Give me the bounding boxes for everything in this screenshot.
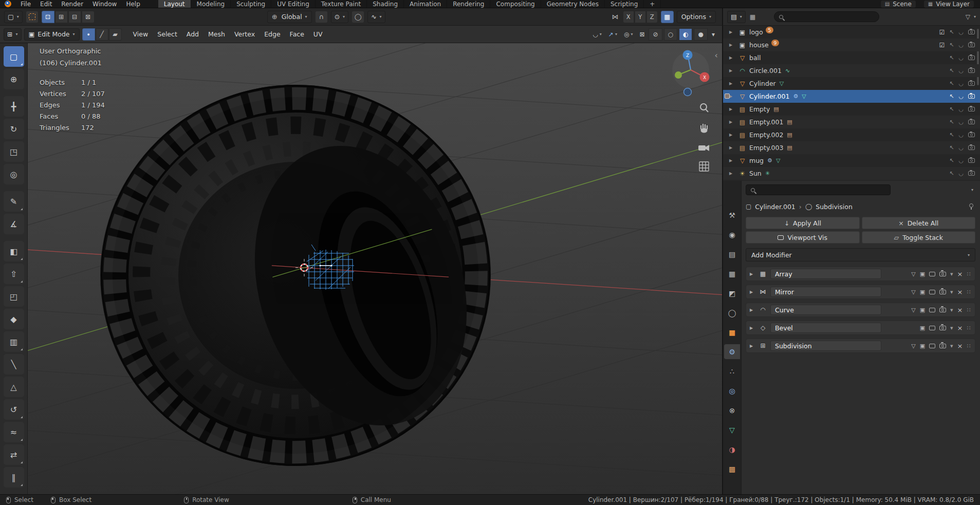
delete-modifier-button[interactable]: × bbox=[957, 342, 963, 350]
edit-mode-toggle[interactable]: ▣ bbox=[920, 289, 925, 295]
edit-mode-toggle[interactable]: ▣ bbox=[920, 325, 925, 331]
menu-mesh[interactable]: Mesh bbox=[204, 28, 230, 40]
workspace-tab-texture-paint[interactable]: Texture Paint bbox=[316, 0, 367, 8]
hide-viewport-icon[interactable]: ◡ bbox=[958, 29, 964, 35]
expand-arrow-icon[interactable]: ▶ bbox=[729, 30, 738, 34]
object-name[interactable]: mug bbox=[749, 157, 764, 164]
outliner-editor-type-button[interactable]: ▤ ▾ bbox=[727, 11, 746, 23]
on-cage-toggle[interactable]: ▽ bbox=[911, 271, 915, 277]
selectable-icon[interactable]: ↖ bbox=[949, 106, 954, 113]
menu-edit[interactable]: Edit bbox=[35, 0, 57, 8]
properties-tab-particles[interactable]: ∴ bbox=[724, 364, 740, 379]
render-toggle[interactable] bbox=[939, 272, 946, 276]
selectable-icon[interactable]: ↖ bbox=[949, 42, 954, 48]
selectable-icon[interactable]: ↖ bbox=[949, 144, 954, 151]
expand-arrow-icon[interactable]: ▶ bbox=[750, 290, 755, 294]
realtime-display-toggle[interactable] bbox=[929, 326, 935, 330]
tool-cursor[interactable]: ⊕ bbox=[4, 69, 24, 89]
object-name[interactable]: house bbox=[749, 41, 769, 49]
editor-type-selector[interactable]: ⊞ ▾ bbox=[4, 28, 22, 41]
xray-toggle[interactable]: ⊠ bbox=[637, 28, 647, 41]
properties-tab-physics[interactable]: ◎ bbox=[724, 383, 740, 398]
display-mode-icon[interactable]: ▦ bbox=[750, 13, 755, 21]
disable-render-icon[interactable] bbox=[968, 145, 975, 150]
object-name[interactable]: logo bbox=[749, 28, 763, 36]
mirror-z-toggle[interactable]: Z bbox=[646, 11, 658, 23]
mirror-x-toggle[interactable]: X bbox=[623, 11, 634, 23]
render-toggle[interactable] bbox=[939, 326, 946, 330]
workspace-tab-rendering[interactable]: Rendering bbox=[447, 0, 490, 8]
properties-tab-view-layer[interactable]: ▦ bbox=[724, 266, 740, 281]
modifier-name-field[interactable]: Curve bbox=[770, 305, 881, 315]
tool-tweak-select-box[interactable]: ▢ bbox=[4, 46, 24, 67]
modifier-extras-menu[interactable]: ▾ bbox=[950, 289, 953, 295]
realtime-display-toggle[interactable] bbox=[929, 290, 935, 294]
disable-render-icon[interactable] bbox=[968, 158, 975, 163]
tool-extrude-region[interactable]: ⇧ bbox=[4, 264, 24, 284]
outliner-item[interactable]: ▶ ◠ Circle.001 ∿ ↖ ◡ bbox=[723, 64, 980, 77]
menu-add[interactable]: Add bbox=[182, 28, 204, 40]
outliner-item[interactable]: ▶ ▤ Empty ▤ ↖ ◡ bbox=[723, 103, 980, 116]
modifier-name-field[interactable]: Array bbox=[770, 269, 881, 279]
menu-window[interactable]: Window bbox=[88, 0, 121, 8]
realtime-display-toggle[interactable] bbox=[929, 344, 935, 348]
selectable-icon[interactable]: ↖ bbox=[949, 80, 954, 87]
object-name[interactable]: Empty.002 bbox=[749, 131, 783, 139]
delete-all-button[interactable]: × Delete All bbox=[862, 217, 976, 229]
outliner-item[interactable]: ▶ ▽ Cylinder ▽ ↖ ◡ bbox=[723, 77, 980, 90]
drag-handle[interactable]: ∷ bbox=[967, 271, 972, 277]
delete-modifier-button[interactable]: × bbox=[957, 324, 963, 332]
scene-selector[interactable]: ▤ Scene bbox=[881, 1, 916, 8]
properties-tab-texture[interactable]: ▩ bbox=[724, 461, 740, 476]
outliner-item[interactable]: ▶ ▽ mug ⚙ ▽ ↖ ◡ bbox=[723, 154, 980, 167]
drag-handle[interactable]: ∷ bbox=[967, 325, 972, 331]
modifier-extras-menu[interactable]: ▾ bbox=[950, 271, 953, 277]
properties-tab-material[interactable]: ◑ bbox=[724, 442, 740, 457]
expand-arrow-icon[interactable]: ▶ bbox=[729, 107, 738, 111]
on-cage-toggle[interactable]: ▽ bbox=[911, 289, 915, 295]
expand-arrow-icon[interactable]: ▶ bbox=[750, 344, 755, 348]
breadcrumb-object[interactable]: Cylinder.001 bbox=[755, 203, 795, 211]
tool-rotate[interactable]: ↻ bbox=[4, 119, 24, 139]
object-name[interactable]: Sun bbox=[749, 170, 762, 177]
select-mode-new[interactable]: ⊡ bbox=[42, 11, 54, 23]
edge-select-mode[interactable]: ╱ bbox=[96, 28, 108, 41]
properties-tab-scene[interactable]: ◩ bbox=[724, 286, 740, 301]
object-name[interactable]: Circle.001 bbox=[749, 67, 782, 74]
object-name[interactable]: ball bbox=[749, 54, 761, 62]
expand-arrow-icon[interactable]: ▶ bbox=[729, 68, 738, 73]
add-workspace-button[interactable]: + bbox=[644, 0, 661, 8]
selectable-icon[interactable]: ↖ bbox=[949, 157, 954, 164]
hide-viewport-icon[interactable]: ◡ bbox=[958, 144, 964, 151]
tool-poly-build[interactable]: △ bbox=[4, 377, 24, 397]
panel-collapse-icon[interactable]: ‹ bbox=[715, 50, 718, 60]
object-name[interactable]: Empty bbox=[749, 105, 770, 113]
menu-file[interactable]: File bbox=[16, 0, 35, 8]
snap-active-toggle[interactable]: ▦ bbox=[661, 11, 674, 23]
hide-viewport-icon[interactable]: ◡ bbox=[958, 157, 964, 164]
mode-selector[interactable]: ▣ Edit Mode ▾ bbox=[24, 28, 80, 41]
disable-render-icon[interactable] bbox=[968, 171, 975, 176]
active-tool-dropdown[interactable]: ▢ ▾ bbox=[4, 11, 23, 23]
properties-tab-modifiers[interactable]: ⚙ bbox=[724, 344, 740, 359]
properties-tab-object-data[interactable]: ▽ bbox=[724, 422, 740, 437]
hide-viewport-icon[interactable]: ◡ bbox=[958, 106, 964, 113]
expand-arrow-icon[interactable]: ▶ bbox=[729, 120, 738, 124]
disable-render-icon[interactable] bbox=[968, 68, 975, 73]
tool-transform[interactable]: ◎ bbox=[4, 164, 24, 184]
selectable-icon[interactable]: ↖ bbox=[949, 132, 954, 138]
expand-arrow-icon[interactable]: ▶ bbox=[750, 308, 755, 312]
selectable-icon[interactable]: ↖ bbox=[949, 93, 954, 100]
workspace-tab-modeling[interactable]: Modeling bbox=[191, 0, 231, 8]
edit-mode-toggle[interactable]: ▣ bbox=[920, 271, 925, 277]
realtime-display-toggle[interactable] bbox=[929, 308, 935, 312]
disable-render-icon[interactable] bbox=[968, 94, 975, 99]
delete-modifier-button[interactable]: × bbox=[957, 270, 963, 278]
transform-orientation-dropdown[interactable]: ⊕ Global ▾ bbox=[267, 11, 312, 23]
menu-select[interactable]: Select bbox=[153, 28, 182, 40]
menu-vertex[interactable]: Vertex bbox=[230, 28, 260, 40]
properties-search-input[interactable] bbox=[746, 184, 891, 195]
tool-scale[interactable]: ◳ bbox=[4, 141, 24, 162]
outliner-item[interactable]: ▶ ▤ Empty.002 ▤ ↖ ◡ bbox=[723, 128, 980, 141]
expand-arrow-icon[interactable]: ▶ bbox=[750, 326, 755, 330]
